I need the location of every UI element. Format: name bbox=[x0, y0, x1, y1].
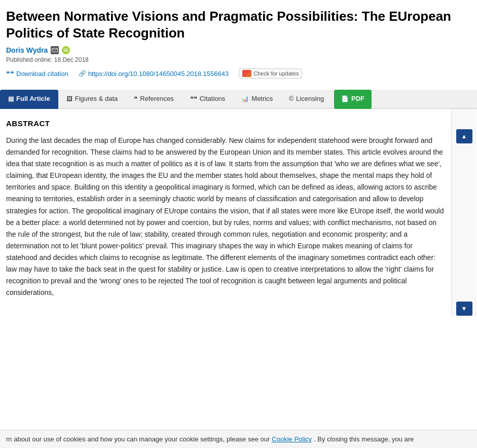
tab-figures-data-icon: 🖼 bbox=[66, 95, 72, 102]
tab-citations[interactable]: ❝❝ Citations bbox=[182, 90, 234, 109]
tab-references-icon: ❝ bbox=[134, 95, 137, 102]
tab-pdf-icon: 📄 bbox=[341, 95, 349, 102]
tab-figures-data-label: Figures & data bbox=[75, 95, 118, 102]
check-updates-icon bbox=[242, 70, 251, 77]
sidebar: ▲ ▼ bbox=[451, 109, 476, 316]
quote-icon: ❝❝ bbox=[6, 69, 14, 78]
check-updates-badge[interactable]: Check for updates bbox=[239, 68, 302, 79]
chevron-down-icon: ▼ bbox=[461, 305, 467, 312]
tabs-bar: ▤ Full Article 🖼 Figures & data ❝ Refere… bbox=[0, 90, 477, 109]
abstract-heading: ABSTRACT bbox=[6, 119, 445, 128]
author-email-icon[interactable] bbox=[51, 46, 59, 54]
download-citation-label: Download citation bbox=[16, 70, 68, 78]
tab-metrics[interactable]: 📊 Metrics bbox=[233, 90, 281, 109]
link-icon: 🔗 bbox=[79, 70, 86, 77]
main-content: ABSTRACT During the last decades the map… bbox=[0, 109, 451, 316]
doi-link[interactable]: 🔗 https://doi.org/10.1080/14650045.2018.… bbox=[79, 70, 229, 78]
meta-row: ❝❝ Download citation 🔗 https://doi.org/1… bbox=[6, 68, 471, 79]
tab-pdf[interactable]: 📄 PDF bbox=[334, 90, 372, 109]
sidebar-scroll-up-button[interactable]: ▲ bbox=[456, 129, 472, 143]
abstract-text: During the last decades the map of Europ… bbox=[6, 135, 445, 298]
tab-references-label: References bbox=[140, 95, 173, 102]
tab-licensing-icon: © bbox=[289, 95, 293, 102]
tab-metrics-icon: 📊 bbox=[241, 95, 249, 102]
tab-citations-icon: ❝❝ bbox=[190, 95, 197, 102]
chevron-up-icon: ▲ bbox=[461, 133, 467, 140]
tab-licensing[interactable]: © Licensing bbox=[281, 90, 332, 109]
author-name[interactable]: Doris Wydra bbox=[6, 46, 48, 54]
tab-metrics-label: Metrics bbox=[251, 95, 273, 102]
tab-full-article-label: Full Article bbox=[16, 95, 50, 102]
author-row: Doris Wydra iD bbox=[6, 46, 471, 54]
check-updates-label: Check for updates bbox=[253, 70, 299, 77]
doi-text: https://doi.org/10.1080/14650045.2018.15… bbox=[88, 70, 229, 78]
tab-licensing-label: Licensing bbox=[296, 95, 324, 102]
tab-references[interactable]: ❝ References bbox=[126, 90, 181, 109]
sidebar-scroll-down-button[interactable]: ▼ bbox=[456, 302, 472, 316]
tab-full-article[interactable]: ▤ Full Article bbox=[0, 90, 58, 109]
tab-figures-data[interactable]: 🖼 Figures & data bbox=[58, 90, 126, 109]
tab-pdf-label: PDF bbox=[351, 95, 364, 102]
tab-citations-label: Citations bbox=[200, 95, 226, 102]
orcid-icon[interactable]: iD bbox=[62, 46, 70, 54]
tab-full-article-icon: ▤ bbox=[8, 95, 14, 102]
article-title: Between Normative Visions and Pragmatic … bbox=[6, 8, 471, 41]
published-date: Published online: 18 Dec 2018 bbox=[6, 56, 471, 63]
download-citation-link[interactable]: ❝❝ Download citation bbox=[6, 69, 68, 78]
content-area: ABSTRACT During the last decades the map… bbox=[0, 109, 477, 316]
top-area: Between Normative Visions and Pragmatic … bbox=[0, 0, 477, 90]
